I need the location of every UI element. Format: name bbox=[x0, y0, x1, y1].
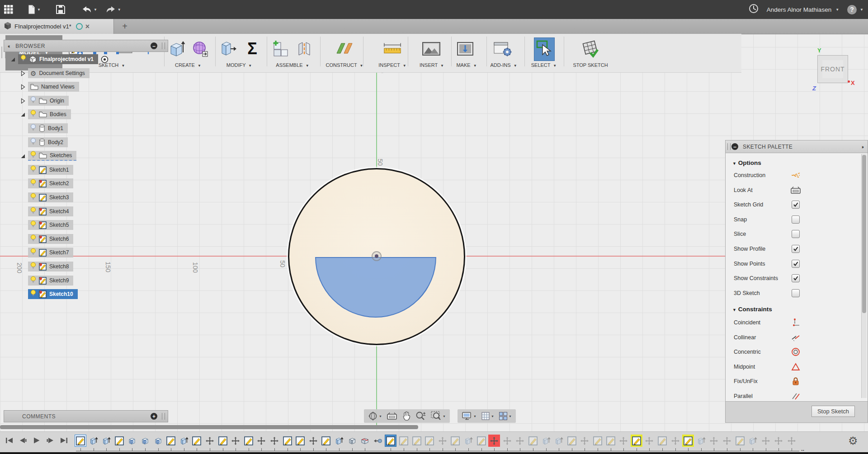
timeline-item-move[interactable] bbox=[708, 435, 720, 447]
timeline-item-move[interactable] bbox=[488, 435, 500, 447]
timeline-item-sketch[interactable] bbox=[282, 435, 293, 447]
timeline-item-revolve[interactable] bbox=[139, 435, 151, 447]
help-menu[interactable]: ? ▼ bbox=[847, 5, 863, 14]
timeline-item-move[interactable] bbox=[230, 435, 241, 447]
option-3d-sketch-control[interactable] bbox=[790, 288, 802, 298]
app-grid-icon[interactable] bbox=[0, 0, 17, 19]
measure-tool-icon[interactable] bbox=[382, 37, 402, 60]
visibility-bulb-icon[interactable] bbox=[30, 151, 36, 160]
timeline-item-extrude[interactable] bbox=[462, 435, 474, 447]
ribbon-group-insert[interactable]: INSERT ▼ bbox=[420, 62, 444, 68]
ribbon-group-add-ins[interactable]: ADD-INS ▼ bbox=[490, 62, 517, 68]
palette-options-header[interactable]: ▼ Options bbox=[731, 159, 761, 166]
timeline-item-move[interactable] bbox=[437, 435, 448, 447]
browser-row-sketch6[interactable]: Sketch6 bbox=[28, 234, 73, 244]
ribbon-group-create[interactable]: CREATE ▼ bbox=[175, 62, 201, 68]
palette-dock-icon[interactable]: ›› bbox=[862, 144, 863, 150]
browser-collapse-icon[interactable]: ‹‹ bbox=[8, 43, 9, 49]
fit-tool[interactable]: ▼ bbox=[429, 409, 448, 423]
timeline-settings-gear-icon[interactable]: ⚙ bbox=[848, 435, 858, 447]
new-tab-button[interactable]: + bbox=[117, 19, 133, 34]
ribbon-group-make[interactable]: MAKE ▼ bbox=[456, 62, 476, 68]
browser-row-named-views[interactable]: Named Views bbox=[28, 82, 79, 92]
option-show-constraints-control[interactable] bbox=[790, 273, 802, 283]
timeline-item-move[interactable] bbox=[773, 435, 784, 447]
constraint-concentric-button[interactable] bbox=[790, 347, 802, 357]
browser-row-sketch2[interactable]: Sketch2 bbox=[28, 178, 73, 188]
constraint-parallel-button[interactable] bbox=[790, 391, 802, 401]
timeline-item-extrude[interactable] bbox=[695, 435, 707, 447]
timeline-item-extrude[interactable] bbox=[88, 435, 99, 447]
tree-expander-expanded[interactable] bbox=[20, 153, 26, 159]
browser-row-sketches[interactable]: Sketches bbox=[28, 151, 76, 161]
ribbon-group-select[interactable]: SELECT ▼ bbox=[531, 62, 557, 68]
browser-row-sketch1[interactable]: Sketch1 bbox=[28, 165, 73, 175]
constraint-midpoint-button[interactable] bbox=[790, 362, 802, 372]
browser-minimize-icon[interactable]: – bbox=[151, 42, 157, 49]
timeline-item-revolve[interactable] bbox=[152, 435, 164, 447]
addins-tool-icon[interactable] bbox=[493, 37, 513, 60]
job-status-clock-icon[interactable] bbox=[749, 4, 759, 15]
timeline-item-sketch[interactable] bbox=[527, 435, 539, 447]
ribbon-group-construct[interactable]: CONSTRUCT ▼ bbox=[326, 62, 363, 68]
timeline-item-sketch[interactable] bbox=[734, 435, 746, 447]
grid-tool[interactable]: ▼ bbox=[479, 409, 496, 423]
timeline-item-sketch[interactable] bbox=[113, 435, 125, 447]
tree-expander-expanded[interactable] bbox=[20, 111, 26, 117]
browser-row-origin[interactable]: Origin bbox=[28, 96, 69, 106]
orbit-tool[interactable]: ▼ bbox=[366, 409, 384, 423]
browser-row-sketch7[interactable]: Sketch7 bbox=[28, 248, 73, 257]
timeline-ruler[interactable] bbox=[76, 451, 799, 451]
user-account-menu[interactable]: Anders Alnor Mathiasen ▼ bbox=[767, 6, 839, 13]
sigma-tool-icon[interactable]: Σ bbox=[242, 37, 262, 60]
browser-row-bodies[interactable]: Bodies bbox=[28, 109, 71, 119]
visibility-bulb-icon[interactable] bbox=[30, 96, 36, 105]
timeline-item-sketch[interactable] bbox=[424, 435, 435, 447]
constraint-fix-unfix-button[interactable] bbox=[790, 376, 802, 386]
timeline-item-extrude[interactable] bbox=[540, 435, 552, 447]
browser-row-sketch3[interactable]: Sketch3 bbox=[28, 192, 73, 202]
activate-component-radio[interactable] bbox=[101, 56, 108, 63]
browser-row-body1[interactable]: Body1 bbox=[28, 123, 68, 133]
timeline-item-sketch[interactable] bbox=[449, 435, 461, 447]
timeline-item-extrude[interactable] bbox=[178, 435, 190, 447]
pan-tool[interactable] bbox=[400, 409, 413, 423]
visibility-bulb-icon[interactable] bbox=[30, 276, 36, 285]
timeline-item-move[interactable] bbox=[618, 435, 629, 447]
timeline-item-revolve[interactable] bbox=[126, 435, 138, 447]
timeline-item-sketch[interactable] bbox=[682, 435, 694, 447]
option-slice-control[interactable] bbox=[790, 229, 802, 239]
browser-row-sketch5[interactable]: Sketch5 bbox=[28, 220, 73, 230]
browser-row-document-settings[interactable]: ⚙Document Settings bbox=[28, 68, 90, 78]
viewcube-front-face[interactable]: FRONT bbox=[821, 66, 844, 73]
timeline-item-sketch[interactable] bbox=[592, 435, 604, 447]
ribbon-group-modify[interactable]: MODIFY ▼ bbox=[226, 62, 252, 68]
timeline-item-move[interactable] bbox=[514, 435, 526, 447]
timeline-item-extrude[interactable] bbox=[553, 435, 565, 447]
browser-panel-header[interactable]: ‹‹ BROWSER – bbox=[4, 40, 168, 52]
browser-row-sketch10[interactable]: Sketch10 bbox=[28, 289, 78, 299]
timeline-item-move[interactable] bbox=[643, 435, 655, 447]
lookat-tool[interactable] bbox=[384, 409, 400, 423]
timeline-play-button[interactable] bbox=[32, 435, 42, 445]
browser-row-sketch4[interactable]: Sketch4 bbox=[28, 206, 73, 216]
timeline-item-sketch[interactable] bbox=[243, 435, 255, 447]
visibility-bulb-icon[interactable] bbox=[30, 179, 36, 188]
timeline-item-move[interactable] bbox=[204, 435, 216, 447]
timeline-item-move[interactable] bbox=[255, 435, 267, 447]
viewports-tool[interactable]: ▼ bbox=[496, 409, 514, 423]
timeline-item-sketch[interactable] bbox=[75, 435, 86, 447]
browser-row-sketch9[interactable]: Sketch9 bbox=[28, 276, 73, 286]
timeline-item-move[interactable] bbox=[501, 435, 513, 447]
ribbon-group-assemble[interactable]: ASSEMBLE ▼ bbox=[276, 62, 309, 68]
timeline-item-sketch[interactable] bbox=[398, 435, 410, 447]
tree-expander-collapsed[interactable] bbox=[20, 70, 26, 76]
ribbon-group-inspect[interactable]: INSPECT ▼ bbox=[378, 62, 406, 68]
visibility-bulb-icon[interactable] bbox=[30, 290, 36, 299]
palette-constraints-header[interactable]: ▼ Constraints bbox=[731, 306, 772, 313]
visibility-bulb-icon[interactable] bbox=[30, 207, 36, 216]
visibility-bulb-icon[interactable] bbox=[20, 55, 26, 64]
timeline-item-sketch[interactable] bbox=[191, 435, 203, 447]
timeline-item-rollback[interactable] bbox=[372, 435, 384, 447]
visibility-bulb-icon[interactable] bbox=[30, 124, 36, 133]
